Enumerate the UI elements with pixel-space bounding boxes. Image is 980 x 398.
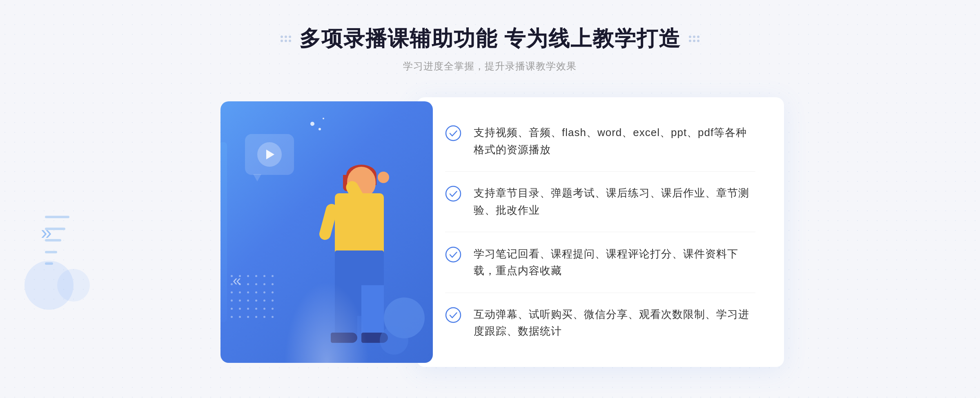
subtitle: 学习进度全掌握，提升录播课教学效果 [281, 60, 699, 73]
check-icon-1 [445, 125, 461, 141]
feature-text-1: 支持视频、音频、flash、word、excel、ppt、pdf等各种格式的资源… [474, 124, 755, 158]
play-icon-circle [257, 142, 282, 167]
illustration-card: « [220, 101, 433, 363]
feature-item-4: 互动弹幕、试听购买、微信分享、观看次数限制、学习进度跟踪、数据统计 [445, 306, 755, 340]
feature-item-2: 支持章节目录、弹题考试、课后练习、课后作业、章节测验、批改作业 [445, 185, 755, 219]
sparkle-dot-1 [310, 122, 314, 126]
left-stripe-decoration [45, 216, 69, 265]
left-deco-dots [281, 36, 291, 42]
svg-point-2 [446, 247, 461, 262]
deco-circle-small [57, 269, 90, 302]
light-beam [284, 281, 369, 363]
main-title: 多项录播课辅助功能 专为线上教学打造 [299, 25, 681, 53]
divider-1 [445, 171, 755, 172]
stripe-1 [45, 216, 69, 218]
illustration-container: « [196, 93, 433, 371]
divider-2 [445, 232, 755, 232]
feature-text-3: 学习笔记回看、课程提问、课程评论打分、课件资料下载，重点内容收藏 [474, 246, 755, 279]
check-icon-3 [445, 246, 461, 263]
play-triangle-icon [266, 150, 274, 159]
header-section: 多项录播课辅助功能 专为线上教学打造 学习进度全掌握，提升录播课教学效果 [281, 25, 699, 73]
person-body [335, 193, 384, 255]
sparkle-dot-3 [323, 118, 324, 119]
stripe-4 [45, 251, 57, 253]
feature-item-3: 学习笔记回看、课程提问、课程评论打分、课件资料下载，重点内容收藏 [445, 246, 755, 279]
circle-decoration-2 [380, 326, 408, 355]
feature-text-2: 支持章节目录、弹题考试、课后练习、课后作业、章节测验、批改作业 [474, 185, 755, 219]
feature-text-4: 互动弹幕、试听购买、微信分享、观看次数限制、学习进度跟踪、数据统计 [474, 306, 755, 340]
stripe-2 [45, 228, 65, 230]
svg-point-3 [446, 308, 461, 322]
play-bubble [245, 134, 294, 175]
features-card: 支持视频、音频、flash、word、excel、ppt、pdf等各种格式的资源… [416, 97, 784, 367]
svg-point-0 [446, 126, 461, 141]
title-row: 多项录播课辅助功能 专为线上教学打造 [281, 25, 699, 53]
arrow-decoration-inside: « [233, 272, 241, 289]
divider-3 [445, 293, 755, 293]
sparkle-dot-2 [318, 128, 321, 130]
stripe-3 [45, 239, 61, 241]
content-area: » [0, 93, 980, 371]
check-icon-2 [445, 186, 461, 202]
accent-bar [220, 142, 227, 322]
check-icon-4 [445, 307, 461, 323]
page-container: 多项录播课辅助功能 专为线上教学打造 学习进度全掌握，提升录播课教学效果 » [0, 0, 980, 398]
svg-point-1 [446, 186, 461, 201]
right-deco-dots [689, 36, 699, 42]
person-hand-right [378, 172, 389, 183]
feature-item-1: 支持视频、音频、flash、word、excel、ppt、pdf等各种格式的资源… [445, 124, 755, 158]
